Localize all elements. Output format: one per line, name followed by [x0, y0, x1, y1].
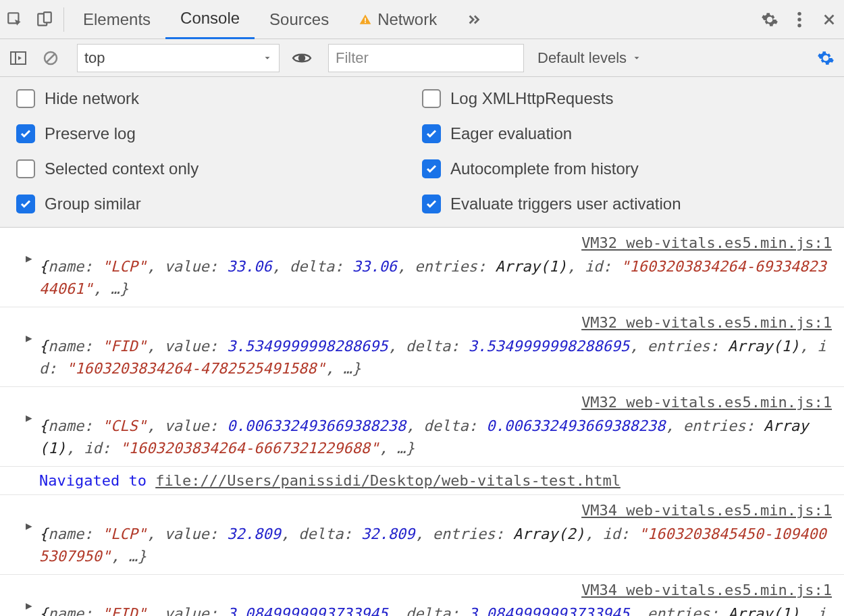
- svg-rect-4: [365, 22, 366, 23]
- console-settings-panel: Hide networkPreserve logSelected context…: [0, 77, 844, 228]
- log-value: 3.5349999998288695: [227, 338, 388, 355]
- log-name: "LCP": [102, 258, 147, 275]
- kebab-menu-icon[interactable]: [785, 0, 814, 39]
- nav-label: Navigated to: [39, 472, 155, 489]
- svg-line-11: [47, 54, 55, 62]
- tab-network[interactable]: Network: [344, 0, 452, 39]
- console-log-entry: VM34 web-vitals.es5.min.js:1▶{name: "FID…: [0, 575, 844, 616]
- setting-label: Evaluate triggers user activation: [450, 195, 681, 213]
- checkbox[interactable]: [16, 159, 35, 178]
- console-toolbar: top Default levels: [0, 39, 844, 77]
- svg-rect-3: [365, 18, 366, 21]
- log-entries: Array(1): [728, 605, 799, 616]
- svg-point-6: [797, 18, 801, 21]
- tab-console[interactable]: Console: [165, 0, 255, 39]
- log-value: 32.809: [227, 525, 280, 542]
- log-object[interactable]: {name: "LCP", value: 33.06, delta: 33.06…: [39, 258, 826, 297]
- source-link[interactable]: VM32 web-vitals.es5.min.js:1: [39, 311, 832, 334]
- tab-sources[interactable]: Sources: [255, 0, 344, 39]
- checkbox[interactable]: [16, 195, 35, 213]
- expand-caret-icon[interactable]: ▶: [26, 330, 32, 346]
- svg-rect-2: [44, 12, 51, 22]
- divider: [63, 7, 64, 32]
- console-log-entry: VM32 web-vitals.es5.min.js:1▶{name: "LCP…: [0, 228, 844, 307]
- setting-row: Group similar: [16, 195, 422, 213]
- navigation-message: Navigated to file:///Users/panissidi/Des…: [0, 467, 844, 495]
- setting-label: Group similar: [45, 195, 141, 213]
- log-delta: 33.06: [352, 258, 397, 275]
- log-object[interactable]: {name: "LCP", value: 32.809, delta: 32.8…: [39, 525, 826, 565]
- context-selector[interactable]: top: [77, 44, 280, 72]
- console-log-entry: VM34 web-vitals.es5.min.js:1▶{name: "LCP…: [0, 495, 844, 575]
- device-toolbar-icon[interactable]: [30, 0, 59, 39]
- checkbox[interactable]: [422, 89, 441, 108]
- tabs: Elements Console Sources Network: [68, 0, 496, 39]
- svg-point-5: [797, 11, 801, 15]
- expand-caret-icon[interactable]: ▶: [26, 518, 32, 534]
- checkbox[interactable]: [16, 89, 35, 108]
- show-sidebar-icon[interactable]: [5, 45, 31, 71]
- log-name: "LCP": [102, 525, 147, 542]
- setting-row: Log XMLHttpRequests: [422, 89, 828, 108]
- tab-label: Network: [377, 10, 437, 29]
- log-object[interactable]: {name: "FID", value: 3.0849999993733945,…: [39, 605, 826, 616]
- live-expression-icon[interactable]: [289, 45, 315, 71]
- log-value: 3.0849999993733945: [227, 605, 388, 616]
- settings-gear-icon[interactable]: [755, 0, 785, 39]
- setting-row: Hide network: [16, 89, 422, 108]
- caret-down-icon: [263, 53, 272, 63]
- checkbox[interactable]: [16, 124, 35, 143]
- levels-label: Default levels: [537, 49, 627, 67]
- console-settings-icon[interactable]: [813, 45, 839, 71]
- source-link[interactable]: VM32 web-vitals.es5.min.js:1: [39, 391, 832, 413]
- log-entries: Array(1): [496, 258, 567, 275]
- log-value: 0.006332493669388238: [227, 417, 406, 434]
- tab-elements[interactable]: Elements: [68, 0, 165, 39]
- tabs-overflow[interactable]: [452, 0, 496, 39]
- settings-col-left: Hide networkPreserve logSelected context…: [16, 89, 422, 213]
- source-link[interactable]: VM34 web-vitals.es5.min.js:1: [39, 579, 832, 601]
- close-icon[interactable]: [814, 0, 844, 39]
- log-name: "FID": [102, 605, 147, 616]
- inspect-element-icon[interactable]: [0, 0, 30, 39]
- chevron-double-right-icon: [467, 12, 481, 27]
- svg-point-7: [797, 23, 801, 26]
- context-value: top: [84, 49, 105, 67]
- clear-console-icon[interactable]: [38, 45, 63, 71]
- log-name: "CLS": [102, 417, 147, 434]
- console-log-entry: VM32 web-vitals.es5.min.js:1▶{name: "FID…: [0, 307, 844, 387]
- log-delta: 32.809: [361, 525, 415, 542]
- setting-label: Selected context only: [45, 159, 199, 178]
- log-entries: Array(1): [728, 338, 799, 355]
- source-link[interactable]: VM34 web-vitals.es5.min.js:1: [39, 499, 832, 521]
- log-id: "1603203834264-6667321229688": [120, 440, 379, 457]
- log-delta: 0.006332493669388238: [486, 417, 665, 434]
- log-id: "1603203834264-4782525491588": [66, 360, 325, 377]
- log-object[interactable]: {name: "FID", value: 3.5349999998288695,…: [39, 338, 826, 377]
- setting-label: Log XMLHttpRequests: [450, 89, 613, 108]
- setting-label: Eager evaluation: [450, 124, 572, 143]
- log-object[interactable]: {name: "CLS", value: 0.00633249366938823…: [39, 417, 808, 457]
- expand-caret-icon[interactable]: ▶: [26, 410, 32, 426]
- console-log-entry: VM32 web-vitals.es5.min.js:1▶{name: "CLS…: [0, 387, 844, 467]
- log-delta: 3.0849999993733945: [469, 605, 629, 616]
- tab-label: Elements: [83, 10, 151, 29]
- setting-row: Selected context only: [16, 159, 422, 178]
- expand-caret-icon[interactable]: ▶: [26, 598, 32, 614]
- checkbox[interactable]: [422, 124, 441, 143]
- setting-row: Autocomplete from history: [422, 159, 828, 178]
- setting-label: Hide network: [45, 89, 139, 108]
- setting-row: Eager evaluation: [422, 124, 828, 143]
- log-levels-selector[interactable]: Default levels: [531, 49, 648, 67]
- setting-label: Autocomplete from history: [450, 159, 639, 178]
- source-link[interactable]: VM32 web-vitals.es5.min.js:1: [39, 232, 832, 254]
- nav-url[interactable]: file:///Users/panissidi/Desktop/web-vita…: [155, 472, 621, 489]
- filter-input[interactable]: [328, 44, 524, 72]
- expand-caret-icon[interactable]: ▶: [26, 251, 32, 267]
- tab-label: Console: [180, 9, 240, 28]
- setting-row: Preserve log: [16, 124, 422, 143]
- caret-down-icon: [632, 53, 641, 63]
- log-name: "FID": [102, 338, 147, 355]
- checkbox[interactable]: [422, 159, 441, 178]
- checkbox[interactable]: [422, 195, 441, 213]
